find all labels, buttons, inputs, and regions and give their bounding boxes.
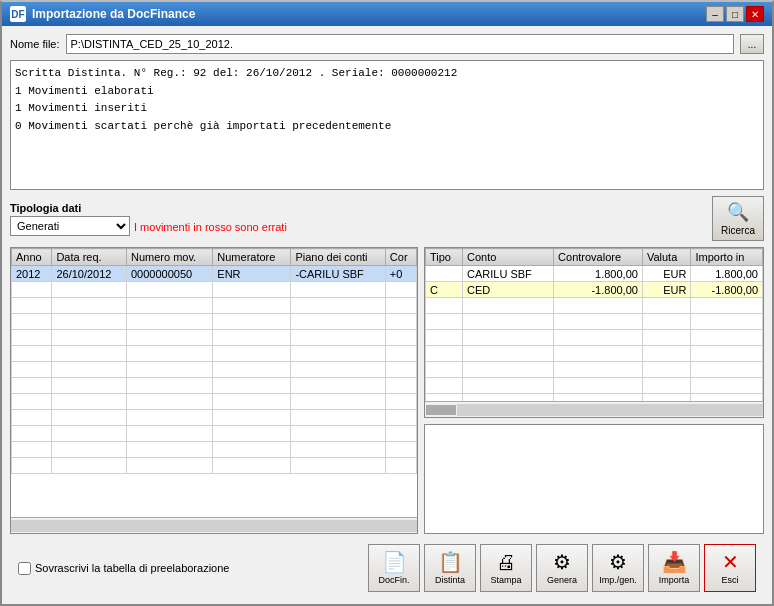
genera-icon: ⚙ <box>553 550 571 574</box>
tipologia-select[interactable]: GeneratiOriginali <box>10 216 130 236</box>
table-row <box>426 298 763 314</box>
right-bottom-panel <box>424 424 764 534</box>
imp_gen-label: Imp./gen. <box>599 576 637 586</box>
window-title: Importazione da DocFinance <box>32 7 195 21</box>
ricerca-label: Ricerca <box>721 225 755 236</box>
title-bar-left: DF Importazione da DocFinance <box>10 6 195 22</box>
warning-text: I movimenti in rosso sono errati <box>134 221 287 233</box>
nome-file-input[interactable] <box>66 34 734 54</box>
tipologia-row: Tipologia dati GeneratiOriginali I movim… <box>10 196 764 241</box>
table-row[interactable]: CARILU SBF1.800,00EUR1.800,00 <box>426 266 763 282</box>
esci-label: Esci <box>721 576 738 586</box>
left-table-col-header: Data req. <box>52 249 127 266</box>
distinta-label: Distinta <box>435 576 465 586</box>
bottom-bar: Sovrascrivi la tabella di preelaborazion… <box>10 540 764 596</box>
tables-area: AnnoData req.Numero mov.NumeratorePiano … <box>10 247 764 534</box>
genera-button[interactable]: ⚙Genera <box>536 544 588 592</box>
table-row <box>426 394 763 402</box>
nome-file-row: Nome file: ... <box>10 34 764 54</box>
preelaborazione-checkbox[interactable] <box>18 562 31 575</box>
table-row <box>12 410 417 426</box>
table-row <box>426 314 763 330</box>
docfin-label: DocFin. <box>378 576 409 586</box>
right-table-scroll[interactable]: TipoContoControvaloreValutaImporto inCAR… <box>425 248 763 401</box>
table-row <box>426 346 763 362</box>
importa-icon: 📥 <box>662 550 687 574</box>
distinta-icon: 📋 <box>438 550 463 574</box>
table-row <box>12 346 417 362</box>
table-row[interactable]: CCED-1.800,00EUR-1.800,00 <box>426 282 763 298</box>
title-buttons: – □ ✕ <box>706 6 764 22</box>
stampa-label: Stampa <box>490 576 521 586</box>
esci-button[interactable]: ✕Esci <box>704 544 756 592</box>
esci-icon: ✕ <box>722 550 739 574</box>
right-table-col-header: Conto <box>463 249 554 266</box>
right-table-container: TipoContoControvaloreValutaImporto inCAR… <box>424 247 764 418</box>
tipologia-left: Tipologia dati GeneratiOriginali I movim… <box>10 202 287 236</box>
distinta-button[interactable]: 📋Distinta <box>424 544 476 592</box>
imp_gen-button[interactable]: ⚙Imp./gen. <box>592 544 644 592</box>
importa-label: Importa <box>659 576 690 586</box>
stampa-icon: 🖨 <box>496 551 516 574</box>
table-row <box>426 378 763 394</box>
right-table-col-header: Tipo <box>426 249 463 266</box>
left-table-col-header: Piano dei conti <box>291 249 385 266</box>
right-table: TipoContoControvaloreValutaImporto inCAR… <box>425 248 763 401</box>
table-row <box>12 362 417 378</box>
close-button[interactable]: ✕ <box>746 6 764 22</box>
left-table-scroll[interactable]: AnnoData req.Numero mov.NumeratorePiano … <box>11 248 417 517</box>
docfin-button[interactable]: 📄DocFin. <box>368 544 420 592</box>
right-h-scrollbar[interactable] <box>425 401 763 417</box>
nome-file-label: Nome file: <box>10 38 60 50</box>
left-table-container: AnnoData req.Numero mov.NumeratorePiano … <box>10 247 418 534</box>
stampa-button[interactable]: 🖨Stampa <box>480 544 532 592</box>
importa-button[interactable]: 📥Importa <box>648 544 700 592</box>
table-row <box>12 394 417 410</box>
table-row[interactable]: 201226/10/20120000000050ENR-CARILU SBF+0 <box>12 266 417 282</box>
checkbox-label[interactable]: Sovrascrivi la tabella di preelaborazion… <box>18 562 229 575</box>
right-table-col-header: Valuta <box>642 249 691 266</box>
docfin-icon: 📄 <box>382 550 407 574</box>
title-bar: DF Importazione da DocFinance – □ ✕ <box>2 2 772 26</box>
table-row <box>12 282 417 298</box>
left-table-col-header: Cor <box>385 249 416 266</box>
right-table-col-header: Controvalore <box>554 249 643 266</box>
app-icon: DF <box>10 6 26 22</box>
genera-label: Genera <box>547 576 577 586</box>
minimize-button[interactable]: – <box>706 6 724 22</box>
table-row <box>12 426 417 442</box>
maximize-button[interactable]: □ <box>726 6 744 22</box>
toolbar: 📄DocFin.📋Distinta🖨Stampa⚙Genera⚙Imp./gen… <box>368 544 756 592</box>
checkbox-text: Sovrascrivi la tabella di preelaborazion… <box>35 562 229 574</box>
table-row <box>426 362 763 378</box>
right-table-col-header: Importo in <box>691 249 763 266</box>
main-content: Nome file: ... Scritta Distinta. N° Reg.… <box>2 26 772 604</box>
left-h-scrollbar[interactable] <box>11 517 417 533</box>
table-row <box>426 330 763 346</box>
table-row <box>12 458 417 474</box>
table-row <box>12 314 417 330</box>
log-area: Scritta Distinta. N° Reg.: 92 del: 26/10… <box>10 60 764 190</box>
left-table-col-header: Numeratore <box>213 249 291 266</box>
tipologia-label: Tipologia dati <box>10 202 287 214</box>
table-row <box>12 442 417 458</box>
table-row <box>12 298 417 314</box>
left-table-col-header: Anno <box>12 249 52 266</box>
tipologia-select-row: GeneratiOriginali I movimenti in rosso s… <box>10 216 287 236</box>
search-icon: 🔍 <box>727 201 749 223</box>
right-panel: TipoContoControvaloreValutaImporto inCAR… <box>424 247 764 534</box>
imp_gen-icon: ⚙ <box>609 550 627 574</box>
left-table-col-header: Numero mov. <box>126 249 212 266</box>
left-table: AnnoData req.Numero mov.NumeratorePiano … <box>11 248 417 474</box>
main-window: DF Importazione da DocFinance – □ ✕ Nome… <box>0 0 774 606</box>
table-row <box>12 330 417 346</box>
browse-button[interactable]: ... <box>740 34 764 54</box>
table-row <box>12 378 417 394</box>
ricerca-button[interactable]: 🔍 Ricerca <box>712 196 764 241</box>
